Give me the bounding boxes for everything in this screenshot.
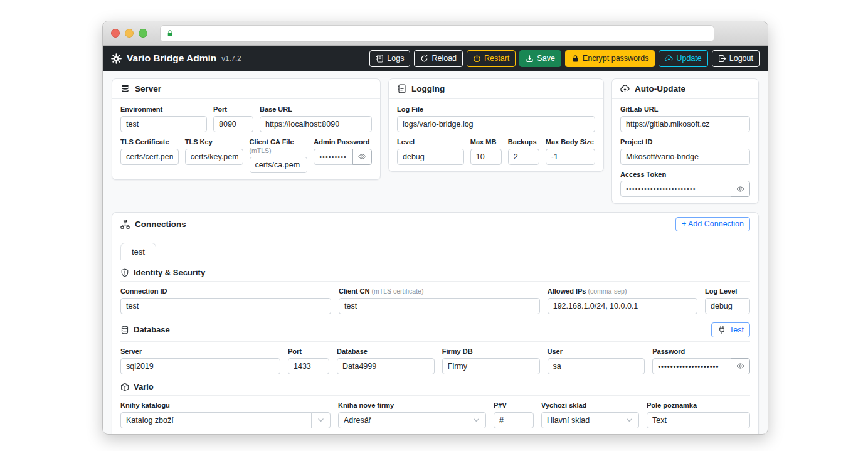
encrypt-passwords-button[interactable]: Encrypt passwords — [565, 50, 655, 67]
header-actions: Logs Reload Restart Save Encrypt passwor… — [369, 50, 760, 67]
base-url-field: Base URL — [260, 105, 372, 132]
max-mb-label: Max MB — [470, 138, 502, 147]
journal-icon — [376, 55, 384, 63]
add-connection-button[interactable]: + Add Connection — [675, 217, 750, 231]
knihy-katalogu-dropdown-button[interactable] — [311, 412, 331, 428]
client-ca-file-label: Client CA File(mTLS) — [250, 138, 308, 155]
identity-security-section-header: Identity & Security — [120, 268, 750, 282]
knihy-katalogu-label: Knihy katalogu — [120, 401, 331, 410]
log-file-label: Log File — [397, 105, 595, 114]
eye-icon — [358, 152, 366, 161]
project-id-field: Project ID — [620, 138, 750, 165]
connections-card: Connections + Add Connection test Identi… — [112, 212, 759, 434]
zoom-window-button[interactable] — [139, 29, 147, 38]
minimize-window-button[interactable] — [125, 29, 134, 38]
db-server-label: Server — [120, 348, 280, 356]
address-bar[interactable] — [160, 25, 714, 42]
gear-icon — [111, 53, 122, 64]
tls-certificate-input[interactable] — [120, 149, 179, 165]
app-header: Vario Bridge Admin v1.7.2 Logs Reload Re… — [103, 46, 768, 71]
max-body-size-input[interactable] — [546, 149, 595, 165]
access-token-input[interactable] — [620, 181, 731, 197]
access-token-eye-button[interactable] — [731, 181, 750, 197]
project-id-input[interactable] — [620, 149, 750, 165]
db-database-input[interactable] — [337, 358, 435, 374]
encrypt-passwords-button-label: Encrypt passwords — [583, 55, 649, 63]
log-file-input[interactable] — [397, 116, 595, 132]
allowed-ips-input[interactable] — [548, 298, 697, 314]
db-port-field: Port — [288, 348, 329, 374]
save-button-label: Save — [537, 55, 555, 63]
tab-connection-test[interactable]: test — [120, 243, 156, 260]
admin-password-eye-button[interactable] — [352, 149, 372, 165]
close-window-button[interactable] — [111, 29, 120, 38]
reload-button[interactable]: Reload — [414, 50, 463, 67]
backups-field: Backups — [508, 138, 539, 165]
browser-window: Vario Bridge Admin v1.7.2 Logs Reload Re… — [102, 21, 768, 435]
connection-log-level-input[interactable] — [705, 298, 750, 314]
server-port-input[interactable] — [213, 116, 253, 132]
vario-fields: Knihy katalogu Kniha nove firmy — [120, 401, 750, 428]
identity-security-title: Identity & Security — [134, 268, 205, 277]
logout-button[interactable]: Logout — [712, 50, 760, 67]
box-icon — [120, 383, 129, 391]
firmy-db-field: Firmy DB — [442, 348, 540, 374]
max-mb-input[interactable] — [470, 149, 502, 165]
gitlab-url-input[interactable] — [620, 116, 750, 132]
backups-input[interactable] — [508, 149, 539, 165]
vychozi-sklad-dropdown-button[interactable] — [620, 412, 639, 428]
client-cn-input[interactable] — [339, 298, 540, 314]
log-level-field: Level — [397, 138, 464, 165]
admin-password-input[interactable] — [314, 149, 353, 165]
tls-certificate-label: TLS Certificate — [120, 138, 179, 147]
db-password-input[interactable] — [652, 358, 731, 374]
client-ca-file-field: Client CA File(mTLS) — [250, 138, 308, 173]
connections-title: Connections — [135, 220, 186, 229]
connection-id-input[interactable] — [120, 298, 331, 314]
box-arrow-right-icon — [718, 55, 726, 63]
restart-button[interactable]: Restart — [467, 50, 516, 67]
chevron-down-icon — [317, 416, 325, 424]
log-level-label: Level — [397, 138, 464, 147]
db-server-input[interactable] — [120, 358, 280, 374]
db-password-eye-button[interactable] — [731, 358, 750, 374]
db-user-input[interactable] — [548, 358, 645, 374]
base-url-label: Base URL — [260, 105, 372, 114]
auto-update-card-header: Auto-Update — [612, 79, 758, 99]
kniha-nove-firmy-input[interactable] — [338, 412, 467, 428]
pv-label: P#V — [494, 401, 534, 410]
max-body-size-label: Max Body Size — [546, 138, 595, 147]
test-connection-button-label: Test — [729, 326, 744, 334]
db-port-input[interactable] — [288, 358, 329, 374]
save-button[interactable]: Save — [519, 50, 561, 67]
kniha-nove-firmy-label: Kniha nove firmy — [338, 401, 486, 410]
pole-poznamka-input[interactable] — [647, 412, 750, 428]
test-connection-button[interactable]: Test — [711, 322, 750, 337]
client-cn-note: (mTLS certificate) — [372, 287, 424, 295]
vychozi-sklad-input[interactable] — [541, 412, 620, 428]
database-icon — [120, 326, 129, 334]
environment-input[interactable] — [120, 116, 207, 132]
db-user-label: User — [548, 348, 645, 356]
logging-card-header: Logging — [389, 79, 603, 99]
connection-log-level-field: Log Level — [705, 287, 750, 314]
logs-button-label: Logs — [387, 55, 404, 63]
kniha-nove-firmy-dropdown-button[interactable] — [467, 412, 486, 428]
connection-id-label: Connection ID — [120, 287, 331, 296]
server-card-header: Server — [112, 79, 380, 99]
db-password-label: Password — [652, 348, 750, 356]
url-input[interactable] — [178, 28, 708, 38]
logs-button[interactable]: Logs — [369, 50, 410, 67]
log-level-input[interactable] — [397, 149, 464, 165]
base-url-input[interactable] — [260, 116, 372, 132]
pv-input[interactable] — [494, 412, 534, 428]
diagram-icon — [120, 220, 130, 229]
client-ca-file-input[interactable] — [250, 157, 308, 173]
db-user-field: User — [548, 348, 645, 374]
firmy-db-input[interactable] — [442, 358, 540, 374]
update-button[interactable]: Update — [659, 50, 707, 67]
app-title: Vario Bridge Admin — [127, 53, 216, 64]
knihy-katalogu-input[interactable] — [120, 412, 312, 428]
restart-button-label: Restart — [484, 55, 509, 63]
tls-key-input[interactable] — [185, 149, 243, 165]
